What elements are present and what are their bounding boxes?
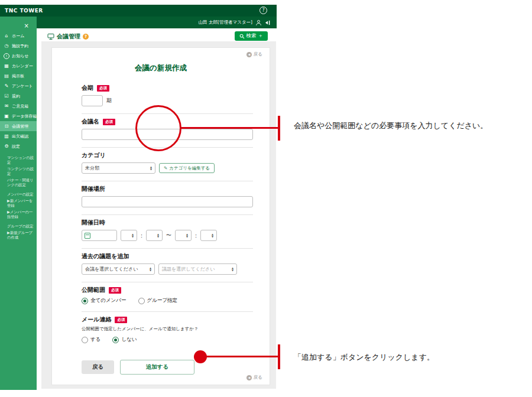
annotation-text-1: 会議名や公開範囲などの必要事項を入力してください。	[294, 121, 488, 131]
sidebar-item-label: 掲示板	[12, 73, 24, 79]
help-icon[interactable]: ?	[259, 6, 267, 14]
back-link-top[interactable]: ◀ 戻る	[246, 51, 262, 57]
field-mail: メール連絡 必須 公開範囲で指定したメンバーに、メールで通知しますか？ する	[82, 312, 253, 350]
sidebar-item-notices[interactable]: !お知らせ	[0, 51, 37, 61]
edit-category-label: カテゴリを編集する	[169, 165, 210, 171]
tilde-separator: 〜	[166, 232, 171, 239]
sidebar-item-home[interactable]: ⌂ホーム	[0, 31, 37, 41]
sidebar-subitem-member-settings[interactable]: メンバーの設定	[0, 191, 37, 197]
sidebar-subitem-bulk-register-members[interactable]: ▶メンバーの一括登録	[0, 209, 37, 220]
annotation-circle	[135, 105, 181, 151]
end-hour-select[interactable]: ▲▼	[175, 230, 192, 241]
annotation-text-2: 「追加する」ボタンをクリックします。	[294, 352, 434, 363]
screenshot-root: TNC TOWER ? 山田 太郎[管理者マスター] × ⌂ホーム ◷施設予約 …	[0, 0, 532, 397]
edit-category-button[interactable]: ✎ カテゴリを編集する	[159, 163, 215, 173]
mail-label: メール連絡	[82, 316, 111, 323]
scope-option-all[interactable]: 全てのメンバー	[82, 297, 126, 304]
kaiki-label: 会期	[82, 84, 93, 92]
date-input[interactable]	[82, 230, 117, 241]
field-scope: 公開範囲 必須 全てのメンバー グループ指定	[82, 282, 253, 312]
past-meeting-select[interactable]: 会議を選択してください ▲▼	[82, 263, 155, 275]
sidebar-item-facility-reservation[interactable]: ◷施設予約	[0, 41, 37, 51]
radio-mail-no[interactable]	[112, 337, 119, 343]
sidebar-subitem-mansion-settings[interactable]: マンションの設定	[0, 154, 37, 165]
category-select[interactable]: 未分類 ▲▼	[82, 162, 155, 174]
sidebar-item-label: 出欠確認	[12, 134, 28, 139]
storage-icon: ▣	[4, 113, 9, 119]
radio-mail-yes[interactable]	[82, 337, 88, 343]
sidebar: × ⌂ホーム ◷施設予約 !お知らせ ▦カレンダー ▤掲示板 ✎アンケート ☑規…	[0, 17, 37, 390]
module-help-icon[interactable]: ?	[83, 34, 89, 40]
sidebar-subitem-banner-links-settings[interactable]: バナー・関連リンクの設定	[0, 177, 37, 188]
content-card: ◀ 戻る 会議の新規作成 会期 必須 期	[51, 47, 270, 385]
form-buttons: 戻る 追加する	[82, 360, 253, 375]
meeting-icon: ⊡	[4, 123, 9, 129]
sidebar-subitem-group-settings[interactable]: グループの設定	[0, 223, 37, 229]
end-minute-select[interactable]: ▲▼	[200, 230, 217, 241]
annotation-line	[206, 356, 278, 357]
field-datetime: 開催日時 ▲▼ : ▲▼	[82, 215, 253, 249]
mail-option-no[interactable]: しない	[112, 336, 137, 343]
sidebar-subitem-register-member[interactable]: ▶新メンバーを登録	[0, 197, 37, 209]
sidebar-item-bulletin-board[interactable]: ▤掲示板	[0, 71, 37, 81]
scope-label: 公開範囲	[82, 287, 105, 294]
sidebar-item-label: データ保存箱	[12, 113, 37, 119]
sidebar-item-attendance[interactable]: ▥出欠確認	[0, 131, 37, 141]
spinner-icon: ▲▼	[147, 267, 151, 272]
scope-option-all-label: 全てのメンバー	[90, 297, 126, 304]
spinner-icon: ▲▼	[209, 233, 213, 238]
calendar-icon	[85, 233, 90, 239]
search-button[interactable]: 検索 ＋	[235, 31, 268, 41]
sidebar-item-settings[interactable]: ⚙設定	[0, 141, 37, 151]
annotation-line	[181, 127, 278, 129]
required-badge: 必須	[115, 317, 127, 323]
back-arrow-icon: ◀	[246, 375, 252, 380]
category-label: カテゴリ	[82, 152, 106, 159]
meeting-screen-icon	[47, 33, 54, 40]
mail-description: 公開範囲で指定したメンバーに、メールで通知しますか？	[82, 326, 253, 332]
settings-icon: ⚙	[4, 144, 9, 149]
sidebar-item-label: ご意見箱	[12, 103, 28, 109]
venue-input[interactable]	[82, 196, 253, 207]
back-link-bottom[interactable]: ◀ 戻る	[246, 375, 262, 380]
submit-add-button[interactable]: 追加する	[120, 360, 194, 375]
sidebar-item-meeting-management[interactable]: ⊡会議管理	[0, 121, 37, 131]
board-icon: ▤	[4, 73, 9, 79]
kaiki-input[interactable]	[82, 95, 103, 106]
user-icon[interactable]	[255, 19, 262, 26]
search-icon	[239, 34, 245, 39]
annotation-bar	[278, 344, 280, 369]
sidebar-subitem-create-group[interactable]: ▶新規グループの作成	[0, 229, 37, 240]
brand-logo: TNC TOWER	[5, 8, 43, 14]
back-link-label: 戻る	[254, 375, 262, 380]
meeting-name-label: 会議名	[82, 118, 99, 125]
start-minute-select[interactable]: ▲▼	[146, 230, 163, 241]
main-area: 会議管理 ? 検索 ＋ ◀ 戻る 会議の新規作成	[37, 28, 277, 390]
annotation-dot	[194, 350, 207, 363]
sidebar-subitem-content-settings[interactable]: コンテンツの設定	[0, 165, 37, 177]
sidebar-item-survey[interactable]: ✎アンケート	[0, 81, 37, 91]
sidebar-item-data-storage[interactable]: ▣データ保存箱	[0, 111, 37, 121]
radio-group-designation[interactable]	[138, 298, 145, 304]
back-arrow-icon: ◀	[246, 52, 252, 57]
spinner-icon: ▲▼	[148, 166, 152, 171]
required-badge: 必須	[103, 119, 115, 125]
field-category: カテゴリ 未分類 ▲▼ ✎ カテゴリを編集する	[82, 148, 253, 181]
past-agenda-select[interactable]: 議題を選択してください ▲▼	[158, 263, 237, 275]
mail-option-yes[interactable]: する	[82, 336, 100, 343]
sidebar-item-calendar[interactable]: ▦カレンダー	[0, 61, 37, 71]
venue-label: 開催場所	[82, 186, 105, 193]
sidebar-close-icon[interactable]: ×	[24, 23, 29, 29]
back-button[interactable]: 戻る	[82, 360, 114, 374]
top-header-bar: TNC TOWER ?	[0, 5, 277, 17]
logout-icon[interactable]	[265, 19, 271, 26]
sidebar-item-label: ホーム	[12, 33, 24, 39]
radio-all-members[interactable]	[82, 298, 88, 304]
sidebar-item-terms[interactable]: ☑規約	[0, 91, 37, 101]
sidebar-item-suggestion-box[interactable]: ✉ご意見箱	[0, 101, 37, 111]
mail-option-no-label: しない	[121, 336, 137, 343]
scope-option-group[interactable]: グループ指定	[138, 297, 178, 304]
past-agenda-label: 過去の議題を追加	[82, 253, 129, 260]
start-hour-select[interactable]: ▲▼	[121, 230, 137, 241]
clock-icon: ◷	[4, 43, 9, 49]
